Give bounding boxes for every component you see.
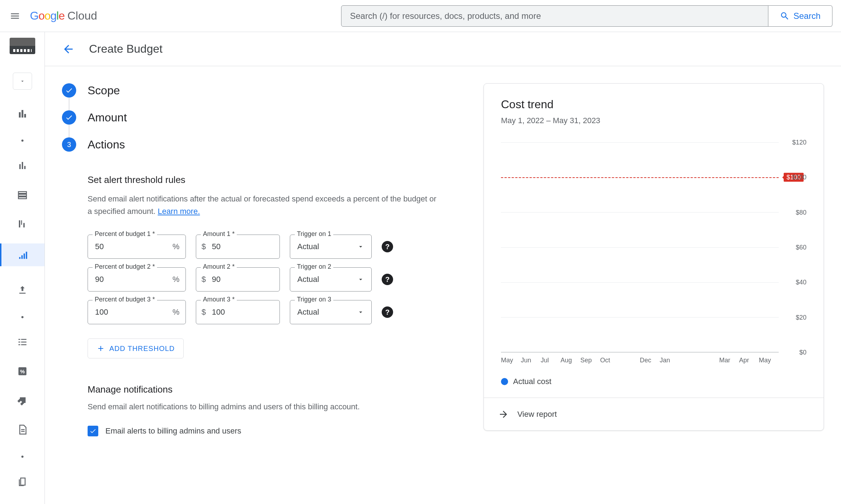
dollar-prefix: $: [202, 275, 206, 284]
left-sidebar: %: [0, 32, 45, 504]
notifications-heading: Manage notifications: [88, 384, 461, 395]
percent-suffix: %: [172, 308, 179, 317]
x-tick-label: Apr: [739, 357, 759, 364]
sidebar-doc-icon[interactable]: [17, 424, 28, 435]
amount-label: Amount 3 *: [201, 296, 237, 303]
sidebar-docs-icon[interactable]: [17, 476, 28, 487]
sidebar-pricing-icon[interactable]: [17, 395, 28, 406]
x-tick-label: Oct: [600, 357, 620, 364]
trigger-select[interactable]: Actual: [290, 235, 372, 259]
step-scope[interactable]: Scope: [62, 83, 461, 98]
percent-suffix: %: [172, 275, 179, 284]
check-icon: [62, 110, 76, 125]
trigger-field: Trigger on 2Actual: [290, 267, 372, 292]
amount-input[interactable]: [196, 300, 280, 324]
x-tick-label: [620, 357, 640, 364]
legend-dot-icon: [501, 378, 508, 385]
amount-field: Amount 1 *$: [196, 235, 280, 259]
budget-line: [501, 177, 779, 178]
threshold-row: Percent of budget 3 *%Amount 3 *$Trigger…: [88, 300, 461, 324]
x-tick-label: Dec: [640, 357, 660, 364]
amount-field: Amount 3 *$: [196, 300, 280, 324]
x-tick-label: Aug: [560, 357, 580, 364]
threshold-section: Set alert threshold rules Send email ale…: [88, 174, 461, 358]
add-threshold-button[interactable]: ADD THRESHOLD: [88, 338, 184, 358]
budgets-icon: [18, 250, 28, 260]
sidebar-overview-icon[interactable]: [17, 108, 28, 119]
x-tick-label: May: [759, 357, 779, 364]
percent-input[interactable]: [88, 300, 186, 324]
threshold-desc: Send email alert notifications after the…: [88, 193, 440, 217]
search-input[interactable]: Search (/) for resources, docs, products…: [341, 5, 768, 27]
stepper: Scope Amount 3 Actions: [62, 83, 461, 152]
percent-label: Percent of budget 2 *: [93, 263, 157, 271]
sidebar-dropdown[interactable]: [13, 73, 32, 90]
help-icon[interactable]: ?: [382, 241, 393, 252]
top-header: Google Cloud Search (/) for resources, d…: [0, 0, 841, 32]
sidebar-item[interactable]: [21, 456, 23, 458]
step-connector: [69, 125, 69, 137]
x-tick-label: Jan: [660, 357, 680, 364]
help-icon[interactable]: ?: [382, 274, 393, 285]
search-button-label: Search: [793, 11, 820, 21]
x-tick-label: Jul: [540, 357, 560, 364]
step-actions[interactable]: 3 Actions: [62, 137, 461, 152]
percent-field: Percent of budget 1 *%: [88, 235, 186, 259]
search-button[interactable]: Search: [768, 5, 832, 27]
check-icon: [62, 83, 76, 98]
amount-input[interactable]: [196, 267, 280, 292]
percent-input[interactable]: [88, 235, 186, 259]
grid-line: [501, 212, 779, 212]
sidebar-budgets-active[interactable]: [0, 243, 45, 266]
billing-account-icon[interactable]: [10, 38, 35, 54]
search-icon: [780, 11, 790, 21]
help-icon[interactable]: ?: [382, 306, 393, 318]
notifications-section: Manage notifications Send email alert no…: [88, 384, 461, 436]
y-tick-label: $40: [796, 279, 806, 286]
trigger-select[interactable]: Actual: [290, 267, 372, 292]
logo-cloud-text: Cloud: [67, 9, 97, 22]
sidebar-list-icon[interactable]: [17, 337, 28, 347]
trigger-select[interactable]: Actual: [290, 300, 372, 324]
amount-input[interactable]: [196, 235, 280, 259]
trigger-label: Trigger on 2: [295, 263, 333, 271]
y-tick-label: $60: [796, 244, 806, 251]
sidebar-cost-breakdown-icon[interactable]: [17, 219, 28, 229]
email-alerts-checkbox[interactable]: [88, 426, 98, 436]
sidebar-reports-icon[interactable]: [17, 160, 28, 171]
percent-field: Percent of budget 2 *%: [88, 267, 186, 292]
x-tick-label: [679, 357, 699, 364]
x-tick-label: [699, 357, 719, 364]
learn-more-link[interactable]: Learn more.: [158, 207, 200, 216]
sidebar-item[interactable]: [21, 316, 23, 318]
trigger-label: Trigger on 1: [295, 230, 333, 238]
percent-input[interactable]: [88, 267, 186, 292]
amount-label: Amount 1 *: [201, 230, 237, 238]
percent-label: Percent of budget 3 *: [93, 296, 157, 303]
y-tick-label: $80: [796, 209, 806, 216]
grid-line: [501, 282, 779, 283]
sidebar-item[interactable]: [21, 140, 23, 142]
sidebar-percent-icon[interactable]: %: [17, 366, 28, 377]
x-tick-label: Mar: [719, 357, 739, 364]
sidebar-export-icon[interactable]: [17, 285, 28, 295]
search-container: Search (/) for resources, docs, products…: [341, 5, 832, 27]
x-tick-label: Jun: [521, 357, 541, 364]
percent-suffix: %: [172, 242, 179, 251]
y-tick-label: $120: [792, 139, 806, 146]
step-amount[interactable]: Amount: [62, 110, 461, 125]
back-button[interactable]: [62, 43, 75, 56]
dollar-prefix: $: [202, 242, 206, 251]
view-report-link[interactable]: View report: [484, 398, 824, 430]
add-threshold-label: ADD THRESHOLD: [109, 345, 175, 353]
y-tick-label: $100: [792, 174, 806, 181]
chart-legend: Actual cost: [501, 377, 806, 386]
email-alerts-label: Email alerts to billing admins and users: [105, 426, 241, 436]
menu-icon[interactable]: [9, 10, 21, 22]
amount-label: Amount 2 *: [201, 263, 237, 271]
notifications-desc: Send email alert notifications to billin…: [88, 402, 461, 411]
step-scope-label: Scope: [88, 84, 120, 97]
sidebar-table-icon[interactable]: [17, 189, 28, 200]
google-cloud-logo[interactable]: Google Cloud: [30, 9, 97, 22]
page-title: Create Budget: [89, 42, 162, 56]
